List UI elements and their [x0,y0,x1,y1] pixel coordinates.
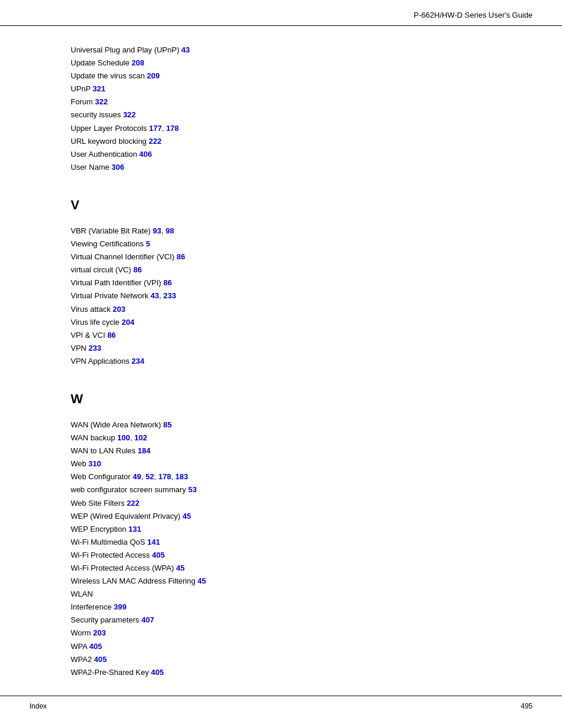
list-item: WEP (Wired Equivalent Privacy) 45 [71,510,491,523]
list-item: Virtual Private Network 43, 233 [71,289,491,302]
page-link[interactable]: 405 [152,551,165,559]
list-item: Update Schedule 208 [71,57,491,70]
page-link[interactable]: 204 [121,318,134,327]
page-link[interactable]: 405 [90,642,103,651]
list-item: Update the virus scan 209 [71,70,491,83]
list-item: Wi-Fi Protected Access (WPA) 45 [71,562,491,575]
v-section-entries: VBR (Variable Bit Rate) 93, 98Viewing Ce… [71,225,491,368]
page-content: Universal Plug and Play (UPnP) 43Update … [0,26,562,703]
list-item: Web Configurator 49, 52, 178, 183 [71,470,491,483]
list-item: Wi-Fi Protected Access 405 [71,549,491,562]
list-item: Web Site Filters 222 [71,497,491,510]
header-title: P-662H/HW-D Series User's Guide [414,11,533,19]
page-link[interactable]: 86 [163,278,171,287]
page-link[interactable]: 233 [88,344,101,353]
list-item: Forum 322 [71,95,491,108]
page-link[interactable]: 399 [114,602,127,611]
list-item: Wi-Fi Multimedia QoS 141 [71,536,491,549]
list-item: WAN (Wide Area Network) 85 [71,419,491,431]
list-item: Viewing Certifications 5 [71,238,491,251]
page-link[interactable]: 178 [166,124,179,133]
page-link[interactable]: 85 [163,420,171,429]
list-item: Security parameters 407 [71,614,491,627]
u-section-entries: Universal Plug and Play (UPnP) 43Update … [71,44,491,174]
page-header: P-662H/HW-D Series User's Guide [0,0,562,26]
page-link[interactable]: 405 [151,668,164,677]
page-link[interactable]: 306 [111,163,124,172]
page-link[interactable]: 45 [197,577,206,585]
page-link[interactable]: 178 [158,472,171,481]
list-item: WEP Encryption 131 [71,523,491,536]
footer-page-number: 495 [521,702,533,710]
page-link[interactable]: 310 [88,459,101,468]
list-item: VPI & VCI 86 [71,329,491,342]
page-link[interactable]: 203 [113,305,125,314]
page-link[interactable]: 5 [146,239,150,248]
list-item: Virtual Path Identifier (VPI) 86 [71,276,491,289]
list-item: VPN Applications 234 [71,355,491,368]
page-link[interactable]: 102 [134,433,147,442]
page-link[interactable]: 141 [147,538,160,546]
list-item: Virus life cycle 204 [71,316,491,329]
list-item: VPN 233 [71,342,491,355]
list-item: VBR (Variable Bit Rate) 93, 98 [71,225,491,238]
list-item: WPA2-Pre-Shared Key 405 [71,666,491,679]
list-item: Virus attack 203 [71,303,491,316]
page-link[interactable]: 53 [188,485,196,494]
page-link[interactable]: 86 [177,252,185,261]
page-link[interactable]: 234 [131,357,144,365]
list-item: WAN backup 100, 102 [71,431,491,444]
list-item: WPA2 405 [71,653,491,666]
page-link[interactable]: 49 [133,472,141,481]
list-item: Wireless LAN MAC Address Filtering 45 [71,575,491,588]
page-link[interactable]: 100 [117,433,130,442]
page-link[interactable]: 131 [128,525,141,533]
list-item: URL keyword blocking 222 [71,135,491,148]
page-link[interactable]: 222 [148,137,161,146]
w-section-entries: WAN (Wide Area Network) 85WAN backup 100… [71,419,491,679]
list-item: User Authentication 406 [71,148,491,161]
list-item: UPnP 321 [71,83,491,95]
list-item: WPA 405 [71,640,491,653]
list-item: web configurator screen summary 53 [71,483,491,496]
page-link[interactable]: 322 [95,97,108,106]
page-link[interactable]: 184 [138,446,151,455]
page-link[interactable]: 405 [94,655,107,664]
page-link[interactable]: 233 [163,291,176,300]
page-link[interactable]: 45 [183,512,191,521]
page-link[interactable]: 208 [131,58,144,67]
page-link[interactable]: 321 [92,84,105,93]
list-item: Universal Plug and Play (UPnP) 43 [71,44,491,57]
page-link[interactable]: 98 [166,226,174,235]
list-item: Web 310 [71,457,491,470]
page-link[interactable]: 322 [123,110,136,119]
page-link[interactable]: 209 [147,71,160,80]
list-item: User Name 306 [71,161,491,174]
list-item: Worm 203 [71,627,491,640]
page-link[interactable]: 183 [176,472,189,481]
page-link[interactable]: 203 [93,628,106,637]
page-link[interactable]: 86 [133,265,141,274]
list-item: security issues 322 [71,108,491,121]
list-item: WAN to LAN Rules 184 [71,444,491,457]
page-link[interactable]: 43 [151,291,159,300]
page-link[interactable]: 52 [146,472,154,481]
v-letter: V [71,197,491,213]
page-footer: Index 495 [0,696,562,710]
list-item: Interference 399 [71,601,491,614]
list-item: virtual circuit (VC) 86 [71,263,491,276]
page-link[interactable]: 45 [176,564,184,572]
page-link[interactable]: 177 [149,124,162,133]
page-container: P-662H/HW-D Series User's Guide Universa… [0,0,562,728]
list-item: Virtual Channel Identifier (VCI) 86 [71,251,491,263]
footer-index-label: Index [29,702,47,710]
page-link[interactable]: 86 [107,331,115,340]
w-letter: W [71,391,491,407]
page-link[interactable]: 406 [139,150,152,159]
page-link[interactable]: 222 [127,499,140,508]
list-item: WLAN [71,588,491,601]
page-link[interactable]: 407 [141,615,154,624]
page-link[interactable]: 93 [153,226,161,235]
page-link[interactable]: 43 [181,45,190,54]
v-section: V VBR (Variable Bit Rate) 93, 98Viewing … [71,197,491,368]
